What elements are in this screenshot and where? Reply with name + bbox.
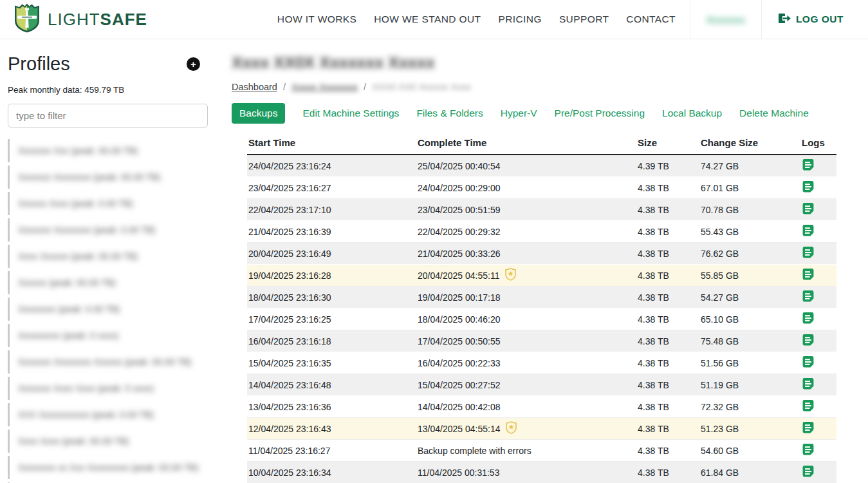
tab-backups[interactable]: Backups (232, 103, 285, 124)
complete-time-cell: Backup complete with errors (416, 440, 636, 462)
backup-row: 19/04/2025 23:16:28 20/04/2025 04:55:11 … (247, 265, 836, 287)
profile-label-redacted: Xxxxxxxx xx Xxx Xxxxxxxxx (peak: 00.00 T… (18, 462, 199, 473)
change-size-cell: 65.10 GB (699, 308, 800, 330)
logout-button[interactable]: LOG OUT (779, 13, 844, 26)
logs-cell (800, 352, 836, 374)
logs-icon[interactable] (802, 290, 831, 305)
size-cell: 4.38 TB (636, 308, 699, 330)
start-time-cell: 11/04/2025 23:16:27 (247, 440, 416, 462)
profile-label-redacted: Xxxxxxx Xxx (peak: 00.00 TB) (18, 146, 138, 156)
sidebar-title: Profiles (8, 53, 70, 75)
change-size-cell: 72.32 GB (699, 396, 800, 418)
warning-shield-badge-icon (506, 421, 517, 436)
logs-icon[interactable] (802, 224, 831, 239)
size-cell: 4.38 TB (636, 265, 699, 287)
machine-tabs: BackupsEdit Machine SettingsFiles & Fold… (232, 103, 868, 124)
profile-item[interactable]: XXX Xxxxxxxxxxx (peak: 0.00 TB) (8, 403, 208, 426)
complete-time-cell: 24/04/2025 00:29:00 (416, 177, 636, 199)
logs-icon[interactable] (802, 399, 831, 414)
size-cell: 4.38 TB (636, 352, 699, 374)
nav-link-contact[interactable]: CONTACT (626, 14, 676, 25)
change-size-cell: 74.27 GB (699, 155, 800, 177)
profile-item[interactable]: Xxxx Xxxx (peak: 00.00 TB) (8, 430, 208, 453)
profile-filter-input[interactable] (8, 104, 208, 128)
profile-item[interactable]: Xxxxxxx Xxxxxxxx Xxxxxx (peak: 00.00 TB) (8, 350, 208, 374)
brand-logo[interactable]: LIGHTSAFE (14, 3, 147, 35)
breadcrumb-dashboard-link[interactable]: Dashboard (232, 82, 277, 92)
add-profile-button[interactable]: + (187, 57, 200, 71)
logs-icon[interactable] (802, 180, 831, 195)
top-bar: LIGHTSAFE HOW IT WORKSHOW WE STAND OUTPR… (0, 0, 868, 39)
start-time-cell: 10/04/2025 23:16:34 (247, 462, 416, 483)
logs-icon[interactable] (802, 158, 831, 173)
column-header-size: Size (636, 133, 699, 155)
size-cell: 4.38 TB (636, 440, 699, 462)
logs-icon[interactable] (802, 421, 831, 436)
profile-item[interactable]: Xxxxxx (peak: 00.00 TB) (8, 271, 208, 294)
logs-icon[interactable] (802, 377, 831, 392)
change-size-cell: 75.48 GB (699, 330, 800, 352)
profile-item[interactable]: Xxxxxxxxx (peak: 0 xxxx) (8, 324, 208, 347)
profile-item[interactable]: Xxxxxxx Xxxxxxxx (peak: 0.00 TB) (8, 218, 208, 242)
logs-cell (800, 221, 836, 243)
complete-time-cell: 20/04/2025 04:55:11 (416, 265, 636, 287)
profile-item[interactable]: Xxxxxxxx xx Xxx Xxxxxxxxx (peak: 00.00 T… (8, 456, 208, 479)
tab-pre-post-processing[interactable]: Pre/Post Processing (555, 103, 645, 124)
profile-label-redacted: Xxxxxxx Xxxxxxxx (peak: 00.00 TB) (18, 172, 160, 182)
start-time-cell: 17/04/2025 23:16:25 (247, 308, 416, 330)
tab-delete-machine[interactable]: Delete Machine (739, 103, 809, 124)
tab-local-backup[interactable]: Local Backup (662, 103, 722, 124)
logs-icon[interactable] (802, 355, 831, 370)
account-name-redacted: Xxxxxxx (706, 14, 745, 25)
nav-link-support[interactable]: SUPPORT (559, 14, 609, 25)
nav-link-pricing[interactable]: PRICING (498, 14, 541, 25)
profile-item[interactable]: Xxxxxxx Xxxx Xxxx (peak: 0 xxxx) (8, 377, 208, 400)
profile-item[interactable]: Xxxxxx Xxxx (peak: 0.00 TB) (8, 192, 208, 215)
complete-time-cell: 16/04/2025 00:22:33 (416, 352, 636, 374)
complete-time-cell: 15/04/2025 00:27:52 (416, 374, 636, 396)
nav-link-how-it-works[interactable]: HOW IT WORKS (277, 14, 356, 25)
start-time-cell: 19/04/2025 23:16:28 (247, 265, 416, 287)
logs-cell (800, 440, 836, 462)
backup-row: 14/04/2025 23:16:48 15/04/2025 00:27:52 … (247, 374, 836, 396)
backup-row: 12/04/2025 23:16:43 13/04/2025 04:55:14 … (247, 418, 836, 440)
tab-files-folders[interactable]: Files & Folders (416, 103, 483, 124)
logs-icon[interactable] (802, 246, 831, 261)
backup-row: 15/04/2025 23:16:35 16/04/2025 00:22:33 … (247, 352, 836, 374)
logs-cell (800, 177, 836, 199)
complete-time-cell: 19/04/2025 00:17:18 (416, 287, 636, 308)
change-size-cell: 70.78 GB (699, 199, 800, 221)
logs-icon[interactable] (802, 312, 831, 327)
profile-label-redacted: Xxxx Xxxx (peak: 00.00 TB) (18, 436, 129, 446)
nav-link-how-we-stand-out[interactable]: HOW WE STAND OUT (374, 14, 481, 25)
complete-time-cell: 14/04/2025 00:42:08 (416, 396, 636, 418)
logs-icon[interactable] (802, 465, 831, 480)
backup-row: 10/04/2025 23:16:34 11/04/2025 00:31:53 … (247, 462, 836, 483)
primary-nav: HOW IT WORKSHOW WE STAND OUTPRICINGSUPPO… (277, 14, 676, 25)
logs-cell (800, 287, 836, 308)
size-cell: 4.38 TB (636, 243, 699, 265)
size-cell: 4.38 TB (636, 221, 699, 243)
profile-item[interactable]: Xxxxxxx Xxxxxxxx (peak: 00.00 TB) (8, 166, 208, 189)
change-size-cell: 51.19 GB (699, 374, 800, 396)
warning-shield-badge-icon (505, 268, 516, 283)
size-cell: 4.39 TB (636, 155, 699, 177)
logs-icon[interactable] (802, 443, 831, 458)
breadcrumb: Dashboard / Xxxxx Xxxxxxxx / XXX0 XX0 Xx… (232, 82, 868, 92)
profile-label-redacted: Xxxxxxx Xxxxxxxx (peak: 0.00 TB) (18, 225, 156, 235)
complete-time-cell: 25/04/2025 00:40:54 (416, 155, 636, 177)
logs-icon[interactable] (802, 202, 831, 217)
profile-item[interactable]: Xxxx Xxxxxx (peak: 00.00 TB) (8, 245, 208, 268)
profile-item[interactable]: Xxxxxxxx (peak: 0.00 TB) (8, 298, 208, 321)
breadcrumb-profile-link-redacted[interactable]: Xxxxx Xxxxxxxx (291, 82, 358, 92)
brand-name: LIGHTSAFE (48, 10, 147, 30)
logs-cell (800, 199, 836, 221)
profile-label-redacted: Xxxx Xxxxxx (peak: 00.00 TB) (18, 251, 138, 261)
logs-icon[interactable] (802, 334, 831, 348)
profile-item[interactable]: Xxxxxxx Xxx (peak: 00.00 TB) (8, 139, 208, 162)
tab-edit-machine-settings[interactable]: Edit Machine Settings (302, 103, 399, 124)
size-cell: 4.38 TB (636, 462, 699, 483)
logs-icon[interactable] (802, 268, 831, 283)
tab-hyper-v[interactable]: Hyper-V (501, 103, 537, 124)
account-button[interactable]: Xxxxxxx (690, 0, 762, 39)
